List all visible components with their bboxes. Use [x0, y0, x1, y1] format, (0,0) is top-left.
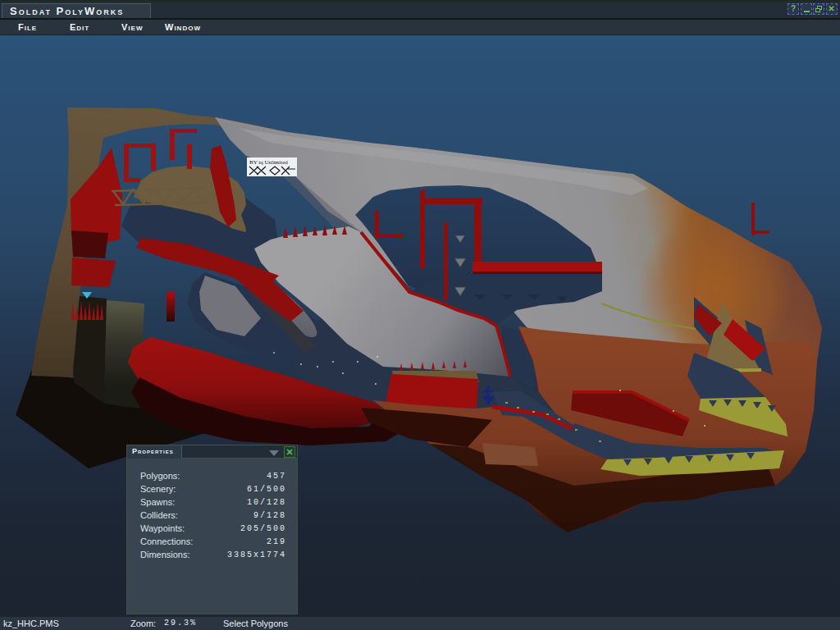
svg-text:BY iq Unlimited: BY iq Unlimited [249, 159, 288, 166]
